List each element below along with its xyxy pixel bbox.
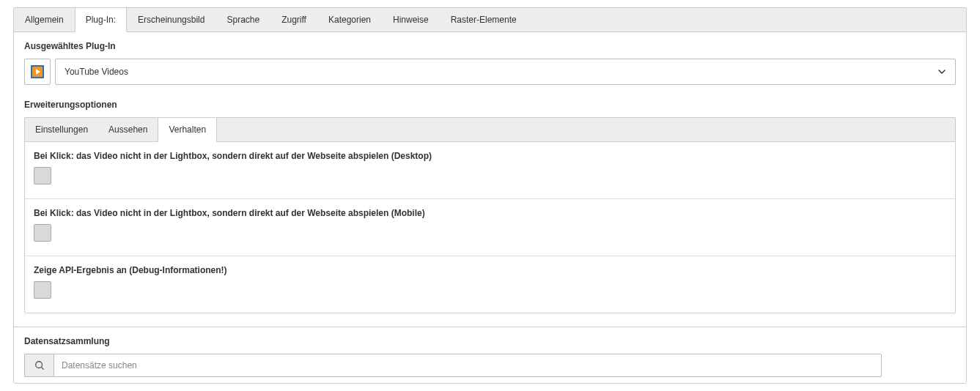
records-heading: Datensatzsammlung — [24, 336, 956, 346]
inner-tabs: Einstellungen Aussehen Verhalten — [24, 117, 956, 141]
tab-plugin[interactable]: Plug-In: — [75, 8, 127, 32]
search-row — [24, 354, 956, 377]
option-mobile-checkbox[interactable] — [34, 224, 51, 242]
search-icon — [24, 354, 54, 377]
main-tabs: Allgemein Plug-In: Erscheinungsbild Spra… — [14, 8, 966, 32]
option-desktop: Bei Klick: das Video nicht in der Lightb… — [25, 142, 955, 199]
tab-kategorien[interactable]: Kategorien — [317, 8, 382, 31]
inner-tab-aussehen[interactable]: Aussehen — [98, 118, 158, 141]
plugin-select-value: YouTube Videos — [65, 67, 128, 77]
inner-body: Bei Klick: das Video nicht in der Lightb… — [24, 141, 956, 313]
tab-body: Ausgewähltes Plug-In YouTube Videos Erwe… — [14, 32, 966, 327]
plugin-select-row: YouTube Videos — [24, 59, 956, 85]
tab-raster[interactable]: Raster-Elemente — [440, 8, 528, 31]
extension-section: Erweiterungsoptionen Einstellungen Ausse… — [24, 100, 956, 313]
settings-panel: Allgemein Plug-In: Erscheinungsbild Spra… — [13, 7, 967, 384]
chevron-down-icon — [937, 67, 946, 76]
option-debug-label: Zeige API-Ergebnis an (Debug-Information… — [34, 265, 946, 275]
records-section: Datensatzsammlung — [14, 327, 966, 383]
tab-allgemein[interactable]: Allgemein — [14, 8, 75, 31]
video-icon — [31, 65, 44, 78]
extension-section-heading: Erweiterungsoptionen — [24, 100, 956, 110]
option-debug: Zeige API-Ergebnis an (Debug-Information… — [25, 256, 955, 313]
inner-tab-einstellungen[interactable]: Einstellungen — [25, 118, 98, 141]
option-desktop-checkbox[interactable] — [34, 167, 51, 185]
tab-sprache[interactable]: Sprache — [215, 8, 270, 31]
option-mobile: Bei Klick: das Video nicht in der Lightb… — [25, 199, 955, 256]
svg-line-1 — [41, 368, 43, 370]
tab-erscheinungsbild[interactable]: Erscheinungsbild — [127, 8, 215, 31]
option-mobile-label: Bei Klick: das Video nicht in der Lightb… — [34, 208, 946, 218]
plugin-icon — [24, 59, 51, 85]
inner-tab-verhalten[interactable]: Verhalten — [158, 118, 217, 142]
tab-zugriff[interactable]: Zugriff — [270, 8, 317, 31]
plugin-section-heading: Ausgewähltes Plug-In — [24, 41, 956, 51]
plugin-select[interactable]: YouTube Videos — [55, 59, 956, 85]
option-debug-checkbox[interactable] — [34, 281, 51, 299]
search-input[interactable] — [54, 354, 882, 377]
option-desktop-label: Bei Klick: das Video nicht in der Lightb… — [34, 151, 946, 161]
plugin-section: Ausgewähltes Plug-In YouTube Videos — [24, 41, 956, 85]
tab-hinweise[interactable]: Hinweise — [382, 8, 440, 31]
